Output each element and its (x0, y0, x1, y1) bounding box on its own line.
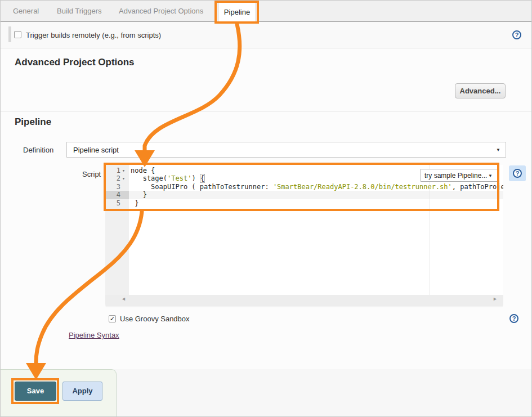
jenkins-config-page: General Build Triggers Advanced Project … (0, 0, 532, 417)
definition-select-value: Pipeline script (73, 142, 119, 157)
tab-general[interactable]: General (13, 1, 39, 22)
pipeline-heading: Pipeline (15, 116, 51, 128)
help-icon[interactable]: ? (512, 30, 521, 39)
scroll-right-icon[interactable]: ► (493, 296, 498, 302)
print-margin-line (430, 165, 430, 295)
editor-code-area[interactable]: node { stage('Test') { SoapUIPro ( pathT… (129, 165, 503, 295)
trigger-builds-label: Trigger builds remotely (e.g., from scri… (26, 31, 161, 39)
editor-gutter: 1▾2▾345 (105, 165, 129, 295)
script-editor[interactable]: 1▾2▾345 node { stage('Test') { SoapUIPro… (105, 165, 503, 307)
definition-select[interactable]: Pipeline script ▼ (66, 142, 506, 158)
config-tab-bar: General Build Triggers Advanced Project … (1, 1, 532, 22)
apply-button[interactable]: Apply (62, 382, 102, 401)
advanced-project-options-heading: Advanced Project Options (15, 57, 135, 68)
code-line[interactable]: SoapUIPro ( pathToTestrunner: 'SmartBear… (129, 183, 503, 191)
help-icon[interactable]: ? (513, 169, 522, 178)
gutter-line-number: 1▾ (105, 167, 129, 174)
try-sample-pipeline-select[interactable]: try sample Pipeline... ▼ (421, 169, 498, 182)
tab-advanced-project-options[interactable]: Advanced Project Options (119, 1, 203, 22)
pipeline-syntax-link[interactable]: Pipeline Syntax (69, 331, 119, 339)
chevron-down-icon: ▼ (496, 147, 500, 153)
use-groovy-sandbox-label: Use Groovy Sandbox (120, 315, 190, 323)
fold-caret-icon[interactable]: ▾ (120, 167, 127, 174)
tab-build-triggers[interactable]: Build Triggers (57, 1, 101, 22)
trigger-builds-checkbox[interactable] (14, 31, 21, 38)
definition-label: Definition (23, 146, 53, 154)
script-label: Script (82, 170, 101, 178)
code-line[interactable]: } (129, 199, 503, 207)
save-button[interactable]: Save (15, 382, 56, 401)
scroll-left-icon[interactable]: ◄ (121, 296, 126, 302)
use-groovy-sandbox-checkbox[interactable]: ✓ (109, 315, 116, 322)
editor-body: 1▾2▾345 node { stage('Test') { SoapUIPro… (105, 165, 503, 295)
option-block-strip (8, 26, 11, 42)
tab-pipeline[interactable]: Pipeline (218, 2, 256, 23)
fold-caret-icon[interactable]: ▾ (120, 174, 127, 182)
advanced-button[interactable]: Advanced... (455, 83, 506, 98)
section-divider (1, 48, 532, 48)
section-divider (1, 111, 532, 111)
gutter-line-number: 4 (105, 191, 129, 199)
check-icon: ✓ (110, 315, 115, 322)
code-line[interactable]: } (129, 191, 503, 199)
help-icon[interactable]: ? (509, 314, 518, 323)
try-sample-pipeline-value: try sample Pipeline... (424, 169, 487, 181)
editor-horizontal-scrollbar[interactable]: ◄ ► (105, 295, 503, 306)
gutter-line-number: 5 (105, 199, 129, 207)
gutter-line-number: 3 (105, 183, 129, 191)
chevron-down-icon: ▼ (488, 173, 493, 178)
gutter-line-number: 2▾ (105, 174, 129, 182)
